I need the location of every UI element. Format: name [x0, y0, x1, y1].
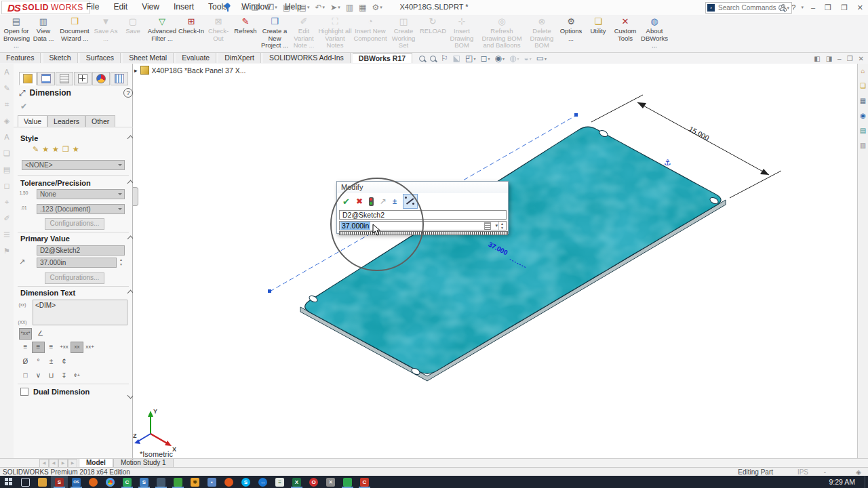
- sketch-endpoint-left[interactable]: [268, 289, 271, 293]
- new-document-icon[interactable]: ❏▾: [249, 1, 263, 14]
- tab-sheet-metal[interactable]: Sheet Metal: [123, 53, 174, 63]
- display-style-icon[interactable]: ◻▾: [480, 54, 490, 63]
- dual-dimension-header[interactable]: Dual Dimension: [33, 388, 90, 396]
- close-button[interactable]: ✕: [855, 3, 865, 12]
- custom-properties-icon[interactable]: ▥: [858, 138, 868, 153]
- modify-value-row[interactable]: 37.000in ▾ ▲▼: [339, 221, 507, 230]
- taskbar-chat-green[interactable]: [170, 476, 186, 488]
- displaymanager-tab[interactable]: [92, 72, 110, 85]
- open-document-icon[interactable]: ❐▾: [265, 1, 279, 14]
- style-load-icon[interactable]: ★: [73, 145, 83, 153]
- tolerance-section-header[interactable]: Tolerance/Precision: [20, 179, 91, 187]
- menu-insert[interactable]: Insert: [167, 0, 200, 14]
- undo-icon[interactable]: ↶▾: [313, 1, 328, 14]
- resources-home-icon[interactable]: ⌂: [858, 64, 868, 79]
- centerline-symbol-button[interactable]: ¢: [58, 357, 71, 368]
- hide-show-items-icon[interactable]: ◉▾: [494, 54, 505, 63]
- pane-right-icon[interactable]: ◨: [826, 55, 832, 62]
- open-for-browsing-button[interactable]: ▤Open for Browsing ...: [3, 15, 30, 51]
- thumbwheel-slider[interactable]: [339, 231, 508, 235]
- modify-dimension-name-field[interactable]: D2@Sketch2: [339, 210, 507, 220]
- hatch-icon[interactable]: ⌗: [0, 96, 14, 113]
- sketch-endpoint-top[interactable]: [574, 113, 578, 117]
- target-icon[interactable]: ⌖: [0, 194, 14, 210]
- block-icon[interactable]: ◻: [0, 178, 14, 194]
- degree-symbol-button[interactable]: °: [32, 357, 45, 368]
- flag-icon[interactable]: ⚑: [0, 243, 14, 259]
- view-palette-icon[interactable]: ◉: [858, 108, 868, 123]
- primary-value-section-header[interactable]: Primary Value: [20, 235, 70, 243]
- primary-value-name-field[interactable]: D2@Sketch2: [37, 245, 125, 256]
- save-icon[interactable]: ▣▾: [281, 1, 296, 14]
- modify-value-input[interactable]: 37.000in: [340, 222, 370, 230]
- dual-dimension-checkbox[interactable]: [20, 388, 28, 396]
- attach-icon[interactable]: ▥: [344, 1, 355, 14]
- taskbar-photos[interactable]: ▪: [203, 476, 220, 488]
- taskbar-file-explorer[interactable]: [34, 476, 51, 488]
- taskbar-opera[interactable]: O: [305, 476, 322, 488]
- tab-solidworks-add-ins[interactable]: SOLIDWORKS Add-Ins: [263, 53, 351, 63]
- create-new-project-button[interactable]: ❒Create a New Project ...: [259, 15, 290, 51]
- taskbar-skype[interactable]: S: [237, 476, 254, 488]
- view-data-button[interactable]: ▥View Data ...: [30, 15, 57, 43]
- file-explorer-pane-icon[interactable]: ▦: [858, 94, 868, 108]
- symbol-icon[interactable]: ◈: [0, 113, 14, 129]
- pm-tab-value[interactable]: Value: [18, 115, 47, 127]
- taskbar-solidworks[interactable]: S: [51, 476, 68, 488]
- options-gear-icon[interactable]: ⚙▾: [370, 1, 384, 14]
- style-save-icon[interactable]: ❒: [62, 145, 73, 153]
- doc-close-button[interactable]: ✕: [859, 55, 864, 62]
- pm-tab-other[interactable]: Other: [85, 115, 115, 127]
- taskbar-clock[interactable]: 9:29 AM: [829, 478, 865, 486]
- pm-tab-leaders[interactable]: Leaders: [47, 115, 85, 127]
- modify-cancel-button[interactable]: ✖: [356, 197, 363, 206]
- value-dropdown-icon[interactable]: ▾: [495, 223, 498, 228]
- table-icon[interactable]: ▤: [0, 161, 14, 178]
- style-section-header[interactable]: Style: [20, 134, 38, 142]
- taskbar-chat-green-2[interactable]: [339, 476, 356, 488]
- taskbar-display-app[interactable]: [153, 476, 170, 488]
- show-desktop-button[interactable]: [865, 476, 868, 488]
- rebuild-icon[interactable]: [369, 197, 374, 206]
- dimension-text-section-header[interactable]: Dimension Text: [20, 289, 75, 297]
- mark-for-drawing-button[interactable]: [403, 194, 418, 209]
- taskbar-orange-app[interactable]: [220, 476, 237, 488]
- taskbar-app-c-green[interactable]: C: [119, 476, 136, 488]
- custom-tools-button[interactable]: ✕Custom Tools: [612, 15, 639, 43]
- taskbar-notepad[interactable]: ≡: [271, 476, 288, 488]
- check-in-button[interactable]: ⊞Check-In: [178, 15, 205, 37]
- tag-icon[interactable]: ◈: [856, 468, 861, 476]
- list-icon[interactable]: ☰: [0, 226, 14, 243]
- restore-button[interactable]: ❐: [839, 3, 850, 12]
- taskbar-bee-app[interactable]: ✱: [186, 476, 203, 488]
- edit-note-icon[interactable]: ✎: [0, 80, 14, 96]
- login-user-icon[interactable]: [779, 4, 786, 11]
- zoom-to-fit-icon[interactable]: [419, 56, 425, 62]
- select-icon[interactable]: ➤▾: [328, 1, 342, 14]
- search-input[interactable]: [717, 3, 778, 12]
- menu-edit[interactable]: Edit: [107, 0, 134, 14]
- tab-features[interactable]: Features: [0, 53, 41, 63]
- tab-dbworks-r17[interactable]: DBWorks R17: [353, 53, 412, 63]
- sheet-icon[interactable]: ❏: [0, 145, 14, 161]
- print-icon[interactable]: ▤▾: [297, 1, 312, 14]
- taskbar-app-c-red[interactable]: C: [356, 476, 373, 488]
- style-add-icon[interactable]: ★: [42, 145, 52, 153]
- depth-symbol-button[interactable]: ↧: [58, 370, 71, 382]
- dimension-15-label[interactable]: 15.000: [688, 125, 711, 142]
- featuremanager-tab[interactable]: [37, 72, 55, 85]
- units-dropdown-icon[interactable]: -: [824, 468, 826, 476]
- text-after-button[interactable]: xx+: [83, 342, 96, 353]
- view-orientation-icon[interactable]: ◰▾: [465, 54, 475, 63]
- pane-left-icon[interactable]: ◧: [814, 55, 820, 62]
- panel-splitter-handle[interactable]: [133, 187, 138, 206]
- tab-evaluate[interactable]: Evaluate: [176, 53, 216, 63]
- precision-dropdown[interactable]: .123 (Document): [37, 204, 125, 214]
- doc-minimize-button[interactable]: –: [837, 55, 842, 62]
- taskbar-teamviewer[interactable]: ↔: [254, 476, 271, 488]
- taskbar-chrome[interactable]: [102, 476, 119, 488]
- taskbar-firefox[interactable]: [85, 476, 102, 488]
- pm-help-icon[interactable]: ?: [123, 88, 133, 98]
- modify-dialog[interactable]: Modify ✔ ✖ ↗ ± D2@Sketch2 37.000in ▾ ▲▼: [336, 181, 509, 234]
- previous-view-icon[interactable]: ⚐: [441, 54, 448, 63]
